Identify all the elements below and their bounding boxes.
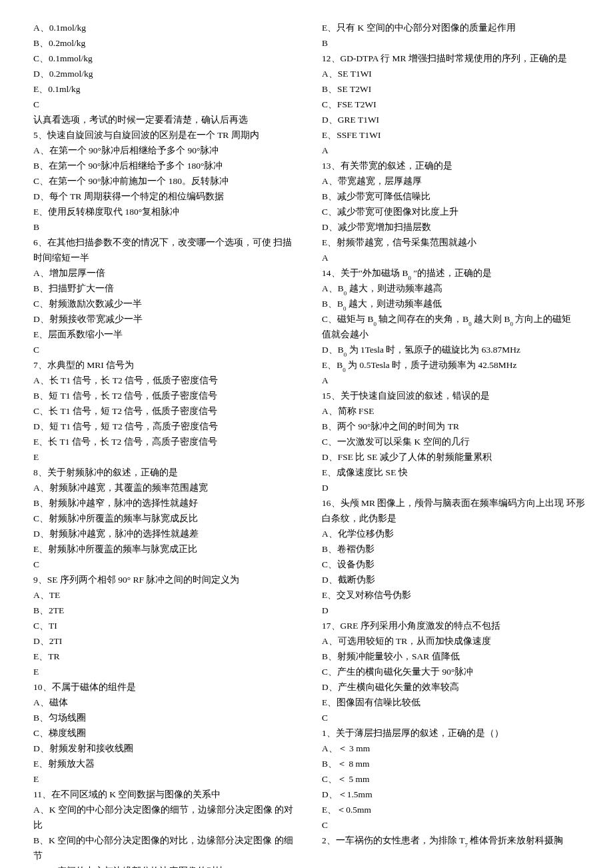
text-line: E、交叉对称信号伪影	[322, 587, 586, 603]
text-line: 9、SE 序列两个相邻 90° RF 脉冲之间的时间定义为	[33, 572, 298, 587]
text-line: B、2TE	[33, 603, 298, 618]
text-line: D、GRE T1WI	[322, 112, 586, 127]
text-line: 2、一车祸伤的女性患者，为排除 T7 椎体骨折来放射科摄胸	[322, 833, 586, 848]
text-line: C、梯度线圈	[33, 725, 298, 741]
text-line: E、只有 K 空间的中心部分对图像的质量起作用	[322, 20, 586, 35]
text-line: 7、水典型的 MRI 信号为	[33, 357, 298, 373]
text-line: D、FSE 比 SE 减少了人体的射频能量累积	[322, 449, 586, 465]
text-line: 11、在不同区域的 K 空间数据与图像的关系中	[33, 787, 298, 802]
text-line: C、在第一个 90°脉冲前施加一个 180。反转脉冲	[33, 173, 298, 189]
text-line: B、减少带宽可降低信噪比	[322, 189, 586, 204]
text-line: C、产生的横向磁化矢量大于 90°脉冲	[322, 664, 586, 679]
text-line: 15、关于快速自旋回波的叙述，错误的是	[322, 388, 586, 403]
text-line: E、射频脉冲所覆盖的频率与脉宽成正比	[33, 541, 298, 557]
text-line: A、磁体	[33, 695, 298, 710]
text-line: A、＜ 3 mm	[322, 741, 586, 756]
text-line: A、可选用较短的 TR，从而加快成像速度	[322, 633, 586, 649]
subscript-zero: 0	[373, 321, 376, 327]
text-line: E、成像速度比 SE 快	[322, 465, 586, 480]
text-line: E、＜0.5mm	[322, 802, 586, 817]
text-line: D、每个 TR 周期获得一个特定的相位编码数据	[33, 189, 298, 204]
text-line: C、0.1mmol/kg	[33, 51, 298, 66]
text-line: B、卷褶伪影	[322, 541, 586, 557]
text-line: B、射频冲能量较小，SAR 值降低	[322, 649, 586, 664]
text-line: D、射频脉冲越宽，脉冲的选择性就越差	[33, 526, 298, 541]
text-line: C	[33, 342, 298, 357]
text-line: E、使用反转梯度取代 180°复相脉冲	[33, 204, 298, 219]
text-line: C、射频脉冲所覆盖的频率与脉宽成反比	[33, 511, 298, 526]
page: A、0.1mol/kgB、0.2mol/kgC、0.1mmol/kgD、0.2m…	[0, 0, 613, 868]
text-line: D	[322, 480, 586, 495]
text-line: 16、头颅 MR 图像上，颅骨与脑表面在频率编码方向上出现 环形 白条纹，此伪影…	[322, 495, 586, 526]
text-line: A、射频脉冲越宽，其覆盖的频率范围越宽	[33, 480, 298, 495]
text-line: C、长 T1 信号，短 T2 信号，低质子密度信号	[33, 403, 298, 419]
text-line: E、B0 为 0.5Tesla 时，质子进动频率为 42.58MHz	[322, 357, 586, 373]
text-line: D、＜1.5mm	[322, 787, 586, 802]
left-column: A、0.1mol/kgB、0.2mol/kgC、0.1mmol/kgD、0.2m…	[33, 20, 310, 868]
text-line: B、K 空间的中心部分决定图像的对比，边缘部分决定图像 的细 节	[33, 833, 298, 863]
text-line: E	[33, 664, 298, 679]
text-line: D、减少带宽增加扫描层数	[322, 219, 586, 235]
text-line: C、＜ 5 mm	[322, 771, 586, 787]
text-line: E、射频带越宽，信号采集范围就越小	[322, 235, 586, 250]
text-line: C、TI	[33, 618, 298, 633]
text-line: A、带宽越宽，层厚越厚	[322, 173, 586, 189]
text-line: B、两个 90°脉冲之间的时间为 TR	[322, 419, 586, 434]
text-line: B、扫描野扩大一倍	[33, 281, 298, 296]
text-line: B	[33, 219, 298, 235]
text-line: D、截断伪影	[322, 572, 586, 587]
text-line: A、在第一个 90°脉冲后相继给予多个 90°脉冲	[33, 143, 298, 158]
text-line: C	[33, 557, 298, 572]
text-line: E	[33, 771, 298, 787]
text-line: C、设备伪影	[322, 557, 586, 572]
subscript-zero: 0	[344, 351, 347, 358]
text-line: B、＜ 8 mm	[322, 756, 586, 771]
text-line: A、TE	[33, 587, 298, 603]
text-line: D	[322, 603, 586, 618]
subscript-zero: 0	[468, 321, 472, 327]
text-line: C	[322, 710, 586, 725]
text-line: B	[322, 35, 586, 51]
text-line: 值就会越小	[322, 327, 586, 342]
text-line: D、射频发射和接收线圈	[33, 741, 298, 756]
text-line: E、层面系数缩小一半	[33, 327, 298, 342]
subscript-zero: 0	[510, 321, 514, 327]
text-line: E、长 T1 信号，长 T2 信号，高质子密度信号	[33, 434, 298, 449]
text-line: D、短 T1 信号，短 T2 信号，高质子密度信号	[33, 419, 298, 434]
text-line: C、磁矩与 B0 轴之间存在的夹角，B0 越大则 B0 方向上的磁矩	[322, 311, 586, 327]
subscript-zero: 0	[342, 367, 346, 373]
subscript-zero: 0	[344, 290, 347, 297]
text-line: A、SE T1WI	[322, 66, 586, 81]
text-line: E、SSFE T1WI	[322, 127, 586, 143]
text-line: B、SE T2WI	[322, 81, 586, 97]
text-line: A、K 空间的中心部分决定图像的细节，边缘部分决定图像 的对 比	[33, 802, 298, 833]
text-line: D、产生横向磁化矢量的效率较高	[322, 679, 586, 695]
text-line: C、射频激励次数减少一半	[33, 296, 298, 311]
text-line: 6、在其他扫描参数不变的情况下，改变哪一个选项，可使 扫描 时间缩短一半	[33, 235, 298, 265]
subscript-zero: 0	[408, 275, 412, 281]
text-line: C、一次激发可以采集 K 空间的几行	[322, 434, 586, 449]
subscript-seven: 7	[464, 842, 468, 849]
text-line: C、减少带宽可使图像对比度上升	[322, 204, 586, 219]
text-line: C、K 空间的中心与边缘部分均决定图像的对比	[33, 863, 298, 868]
text-line: C、FSE T2WI	[322, 97, 586, 112]
text-line: B、0.2mol/kg	[33, 35, 298, 51]
text-line: D、0.2mmol/kg	[33, 66, 298, 81]
text-line: E、图像固有信噪比较低	[322, 695, 586, 710]
text-line: B、在第一个 90°脉冲后相继给予多个 180°脉冲	[33, 158, 298, 173]
text-line: E、TR	[33, 649, 298, 664]
text-line: A	[322, 143, 586, 158]
text-line: 12、GD-DTPA 行 MR 增强扫描时常规使用的序列，正确的是	[322, 51, 586, 66]
text-line: A、增加层厚一倍	[33, 265, 298, 281]
text-line: 1、关于薄层扫描层厚的叙述，正确的是（）	[322, 725, 586, 741]
subscript-zero: 0	[343, 305, 346, 312]
text-line: A、0.1mol/kg	[33, 20, 298, 35]
text-line: A	[322, 373, 586, 388]
text-line: E	[33, 449, 298, 465]
text-line: C	[33, 97, 298, 112]
text-line: 10、不属于磁体的组件是	[33, 679, 298, 695]
text-line: A、化学位移伪影	[322, 526, 586, 541]
text-line: B、短 T1 信号，长 T2 信号，低质子密度信号	[33, 388, 298, 403]
text-line: 认真看选项，考试的时候一定要看清楚，确认后再选	[33, 112, 298, 127]
text-line: A、长 T1 信号，长 T2 信号，低质子密度信号	[33, 373, 298, 388]
